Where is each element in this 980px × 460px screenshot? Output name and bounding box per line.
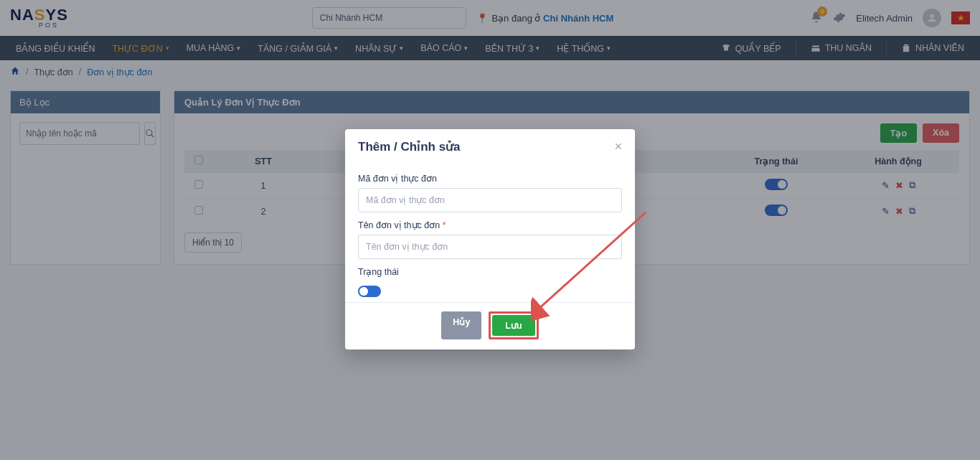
- status-toggle[interactable]: [358, 286, 381, 297]
- modal-overlay: Thêm / Chỉnh sửa × Mã đơn vị thực đơn Tê…: [0, 0, 980, 460]
- cancel-button[interactable]: Hủy: [441, 311, 481, 339]
- name-input[interactable]: [358, 235, 622, 259]
- name-label: Tên đơn vị thực đơn *: [358, 220, 622, 230]
- save-button-highlight: Lưu: [489, 311, 538, 339]
- edit-modal: Thêm / Chỉnh sửa × Mã đơn vị thực đơn Tê…: [345, 129, 635, 349]
- status-label: Trạng thái: [358, 266, 622, 277]
- close-icon[interactable]: ×: [614, 139, 622, 154]
- code-input[interactable]: [358, 188, 622, 212]
- save-button[interactable]: Lưu: [492, 315, 534, 336]
- modal-title: Thêm / Chỉnh sửa: [358, 139, 461, 154]
- code-label: Mã đơn vị thực đơn: [358, 173, 622, 184]
